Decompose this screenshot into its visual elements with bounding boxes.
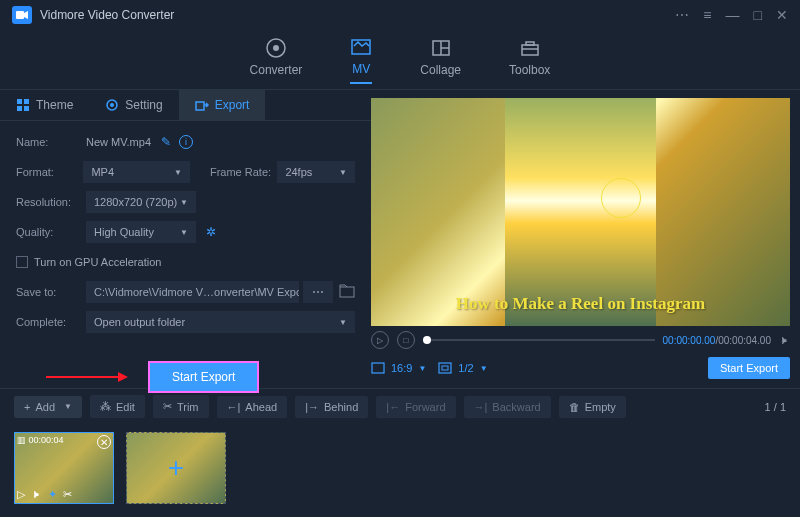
mv-icon bbox=[350, 36, 372, 58]
svg-rect-11 bbox=[24, 99, 29, 104]
start-export-button-2[interactable]: Start Export bbox=[708, 357, 790, 379]
page-indicator: 1 / 1 bbox=[765, 401, 786, 413]
move-ahead-icon: ←| bbox=[227, 401, 241, 413]
svg-point-15 bbox=[110, 103, 114, 107]
play-button[interactable]: ▷ bbox=[371, 331, 389, 349]
clip-duration: ▥ 00:00:04 bbox=[17, 435, 64, 449]
svg-rect-13 bbox=[24, 106, 29, 111]
clip-play-icon[interactable]: ▷ bbox=[17, 488, 25, 501]
aspect-ratio-select[interactable]: 16:9▼ bbox=[371, 362, 426, 374]
time-display: 00:00:00.00/00:00:04.00 bbox=[663, 335, 771, 346]
tab-theme[interactable]: Theme bbox=[0, 90, 89, 120]
app-logo bbox=[12, 6, 32, 24]
zoom-select[interactable]: 1/2▼ bbox=[438, 362, 487, 374]
svg-rect-12 bbox=[17, 106, 22, 111]
empty-button[interactable]: 🗑Empty bbox=[559, 396, 626, 418]
edit-button[interactable]: ⁂Edit bbox=[90, 395, 145, 418]
edit-name-icon[interactable]: ✎ bbox=[161, 135, 171, 149]
nav-mv[interactable]: MV bbox=[350, 36, 372, 84]
menu-icon[interactable]: ≡ bbox=[703, 7, 711, 23]
complete-select[interactable]: Open output folder▼ bbox=[86, 311, 355, 333]
minimize-icon[interactable]: — bbox=[726, 7, 740, 23]
name-value: New MV.mp4 bbox=[86, 136, 151, 148]
svg-rect-17 bbox=[340, 287, 354, 297]
preview-caption: How to Make a Reel on Instagram bbox=[456, 294, 705, 314]
clip-mute-icon[interactable]: 🕨 bbox=[31, 488, 42, 501]
chevron-down-icon: ▼ bbox=[339, 168, 347, 177]
forward-button[interactable]: |←Forward bbox=[376, 396, 455, 418]
chevron-down-icon: ▼ bbox=[339, 318, 347, 327]
svg-rect-20 bbox=[442, 366, 448, 370]
format-label: Format: bbox=[16, 166, 83, 178]
gpu-checkbox[interactable] bbox=[16, 256, 28, 268]
ahead-button[interactable]: ←|Ahead bbox=[217, 396, 288, 418]
gpu-label: Turn on GPU Acceleration bbox=[34, 256, 161, 268]
quality-select[interactable]: High Quality▼ bbox=[86, 221, 196, 243]
resolution-select[interactable]: 1280x720 (720p)▼ bbox=[86, 191, 196, 213]
volume-icon[interactable]: 🕨 bbox=[779, 334, 790, 346]
add-button[interactable]: +Add▼ bbox=[14, 396, 82, 418]
scissors-icon: ✂ bbox=[163, 400, 172, 413]
chevron-down-icon: ▼ bbox=[418, 364, 426, 373]
add-clip-button[interactable]: + bbox=[126, 432, 226, 504]
move-behind-icon: |→ bbox=[305, 401, 319, 413]
tab-setting[interactable]: Setting bbox=[89, 90, 178, 120]
maximize-icon[interactable]: □ bbox=[754, 7, 762, 23]
trim-button[interactable]: ✂Trim bbox=[153, 395, 209, 418]
collage-icon bbox=[430, 37, 452, 59]
zoom-icon bbox=[438, 362, 452, 374]
app-title: Vidmore Video Converter bbox=[40, 8, 675, 22]
chevron-down-icon: ▼ bbox=[174, 168, 182, 177]
forward-icon: |← bbox=[386, 401, 400, 413]
framerate-label: Frame Rate: bbox=[210, 166, 277, 178]
backward-button[interactable]: →|Backward bbox=[464, 396, 551, 418]
grid-icon bbox=[16, 98, 30, 112]
browse-button[interactable]: ⋯ bbox=[303, 281, 333, 303]
quality-settings-icon[interactable]: ✲ bbox=[206, 225, 216, 239]
video-preview: How to Make a Reel on Instagram bbox=[371, 98, 790, 326]
remove-clip-icon[interactable]: ✕ bbox=[97, 435, 111, 449]
name-label: Name: bbox=[16, 136, 86, 148]
wand-icon: ⁂ bbox=[100, 400, 111, 413]
annotation-arrow bbox=[46, 376, 120, 378]
backward-icon: →| bbox=[474, 401, 488, 413]
chevron-down-icon: ▼ bbox=[64, 402, 72, 411]
feedback-icon[interactable]: ⋯ bbox=[675, 7, 689, 23]
name-info-icon[interactable]: i bbox=[179, 135, 193, 149]
clip-effect-icon[interactable]: ✦ bbox=[48, 488, 57, 501]
start-export-button[interactable]: Start Export bbox=[148, 361, 259, 393]
plus-icon: + bbox=[24, 401, 30, 413]
close-icon[interactable]: ✕ bbox=[776, 7, 788, 23]
stop-button[interactable]: □ bbox=[397, 331, 415, 349]
aspect-icon bbox=[371, 362, 385, 374]
chevron-down-icon: ▼ bbox=[180, 228, 188, 237]
clip-thumbnail[interactable]: ▥ 00:00:04 ✕ ▷ 🕨 ✦ ✂ bbox=[14, 432, 114, 504]
progress-handle[interactable] bbox=[423, 336, 431, 344]
quality-label: Quality: bbox=[16, 226, 86, 238]
saveto-label: Save to: bbox=[16, 286, 86, 298]
svg-rect-8 bbox=[526, 42, 534, 45]
svg-rect-0 bbox=[16, 11, 24, 19]
tab-export[interactable]: Export bbox=[179, 90, 266, 120]
framerate-select[interactable]: 24fps▼ bbox=[277, 161, 355, 183]
svg-rect-19 bbox=[439, 363, 451, 373]
svg-rect-10 bbox=[17, 99, 22, 104]
svg-rect-7 bbox=[522, 45, 538, 55]
progress-bar[interactable] bbox=[423, 339, 655, 341]
complete-label: Complete: bbox=[16, 316, 86, 328]
gear-icon bbox=[105, 98, 119, 112]
nav-converter[interactable]: Converter bbox=[250, 37, 303, 83]
trash-icon: 🗑 bbox=[569, 401, 580, 413]
nav-toolbox[interactable]: Toolbox bbox=[509, 37, 550, 83]
behind-button[interactable]: |→Behind bbox=[295, 396, 368, 418]
svg-rect-18 bbox=[372, 363, 384, 373]
svg-rect-16 bbox=[196, 102, 204, 110]
resolution-label: Resolution: bbox=[16, 196, 86, 208]
open-folder-icon[interactable] bbox=[339, 284, 355, 301]
toolbox-icon bbox=[519, 37, 541, 59]
format-select[interactable]: MP4▼ bbox=[83, 161, 190, 183]
clip-trim-icon[interactable]: ✂ bbox=[63, 488, 72, 501]
nav-collage[interactable]: Collage bbox=[420, 37, 461, 83]
chevron-down-icon: ▼ bbox=[180, 198, 188, 207]
svg-point-2 bbox=[273, 45, 279, 51]
